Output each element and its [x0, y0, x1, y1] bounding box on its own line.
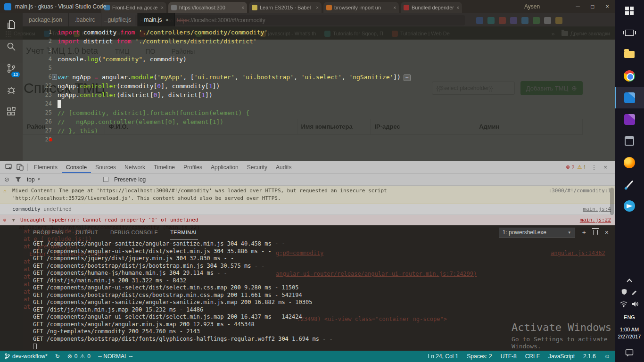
editor-tab[interactable]: gulpfile.js: [101, 13, 138, 26]
panel-tab-problems[interactable]: PROBLEMS: [33, 225, 63, 239]
devtools-tab-application[interactable]: Application: [206, 161, 243, 173]
device-toolbar-icon[interactable]: [14, 164, 25, 171]
editor-tab[interactable]: package.json: [23, 13, 69, 26]
frame-context-select[interactable]: top ▼: [27, 176, 98, 183]
messenger-taskbar-button[interactable]: [615, 195, 644, 217]
console-source-link[interactable]: :3000/#!/commodity:1: [549, 187, 611, 195]
network-icon[interactable]: [620, 301, 627, 309]
editor-tab[interactable]: main.js×: [138, 13, 175, 26]
chrome-taskbar-button[interactable]: [615, 65, 644, 87]
browser-tab[interactable]: Bundled dependenc×: [401, 2, 462, 13]
console-source-link[interactable]: main.js:22: [580, 216, 611, 224]
close-panel-button[interactable]: ×: [605, 229, 609, 236]
editor-tab[interactable]: .babelrc: [69, 13, 102, 26]
panel-tab-output[interactable]: OUTPUT: [75, 225, 98, 239]
activity-explorer-button[interactable]: [0, 14, 23, 36]
tab-title: browserify import un: [334, 5, 391, 10]
taskbar-clock[interactable]: 1:00 AM 2/27/2017: [618, 323, 641, 343]
defender-shield-icon[interactable]: [621, 288, 627, 297]
firefox-taskbar-button[interactable]: [615, 152, 644, 173]
tab-close-icon[interactable]: ×: [393, 5, 396, 10]
tab-close-icon[interactable]: ×: [316, 5, 319, 10]
fold-icon[interactable]: +: [52, 74, 57, 80]
panel-tab-debug-console[interactable]: DEBUG CONSOLE: [110, 225, 158, 239]
devtools-close-icon[interactable]: ×: [602, 164, 609, 171]
console-scrollbar[interactable]: [610, 188, 614, 215]
browser-tab[interactable]: Front-End на доске×: [101, 2, 166, 13]
tab-close-icon[interactable]: ×: [165, 17, 168, 23]
devtools-tab-timeline[interactable]: Timeline: [149, 161, 179, 173]
devtools-error-count[interactable]: ⊗2: [566, 164, 574, 170]
preserve-log-checkbox[interactable]: [103, 177, 108, 182]
vscode-icon: [624, 92, 635, 103]
feedback-smiley-icon[interactable]: ☺: [604, 353, 610, 360]
app-window-taskbar-button[interactable]: [615, 130, 644, 152]
indentation-setting[interactable]: Spaces: 2: [467, 353, 492, 360]
terminal-line: GET /dist/js/main.min.js 200 31.322 ms -…: [33, 277, 615, 285]
task-view-button[interactable]: [615, 22, 644, 43]
terminal-shell-select[interactable]: 1: powershell.exe ▼: [499, 228, 575, 238]
eol-setting[interactable]: CRLF: [525, 353, 540, 360]
devtools-tab-console[interactable]: Console: [62, 161, 91, 173]
devtools-tab-network[interactable]: Network: [120, 161, 149, 173]
devtools-tab-profiles[interactable]: Profiles: [179, 161, 206, 173]
git-branch-indicator[interactable]: dev-workflow*: [5, 353, 48, 360]
activity-debug-button[interactable]: [0, 79, 23, 101]
start-button[interactable]: [615, 0, 644, 22]
tab-close-icon[interactable]: ×: [161, 5, 164, 10]
language-mode[interactable]: JavaScript: [548, 353, 575, 360]
devtools-warning-count[interactable]: ⚠1: [577, 164, 586, 170]
action-center-icon: [625, 349, 634, 357]
devtools-menu-icon[interactable]: ⋮: [589, 164, 599, 171]
pen-app-taskbar-button[interactable]: [615, 173, 644, 195]
devtools-tab-elements[interactable]: Elements: [30, 161, 62, 173]
sync-button[interactable]: ↻: [55, 353, 60, 360]
devtools-tab-sources[interactable]: Sources: [91, 161, 120, 173]
show-hidden-icons-button[interactable]: [627, 274, 631, 287]
chrome-profile-name[interactable]: Aysen: [524, 3, 540, 10]
panel-tab-terminal[interactable]: TERMINAL: [170, 225, 198, 239]
branch-name: dev-workflow*: [12, 353, 48, 360]
ink-workspace-icon[interactable]: [631, 288, 638, 297]
terminal-cursor: [33, 344, 37, 349]
code-line: 5: [23, 64, 615, 73]
devtools-tab-audits[interactable]: Audits: [272, 161, 296, 173]
action-center-button[interactable]: [625, 343, 634, 362]
error-count-icon: ⊗: [67, 353, 72, 360]
kill-terminal-button[interactable]: [593, 230, 598, 235]
problems-indicator[interactable]: ⊗ 0 ⚠ 0: [67, 353, 91, 360]
tab-close-icon[interactable]: ×: [456, 5, 459, 10]
filter-icon[interactable]: [15, 177, 21, 182]
browser-tab[interactable]: https://localhost:300×: [168, 2, 247, 13]
minimize-button[interactable]: ─: [570, 0, 585, 13]
expand-triangle-icon[interactable]: ▼: [12, 218, 15, 222]
devtools-tab-security[interactable]: Security: [243, 161, 272, 173]
encoding-setting[interactable]: UTF-8: [501, 353, 517, 360]
console-source-link[interactable]: main.js:4: [583, 206, 611, 213]
inspect-element-icon[interactable]: [3, 164, 14, 171]
terminal-line: GET /components/angular-ui-select/dist/s…: [33, 248, 615, 255]
browser-tab[interactable]: browserify import un×: [323, 2, 399, 13]
editor[interactable]: 1import commodity from './controllers/co…: [23, 26, 615, 161]
code-line: 24: [23, 99, 615, 108]
activity-extensions-button[interactable]: [0, 101, 23, 123]
firefox-icon: [624, 157, 635, 168]
vscode-insiders-taskbar-button[interactable]: [615, 108, 644, 130]
maximize-button[interactable]: □: [585, 0, 600, 13]
new-terminal-button[interactable]: +: [582, 229, 586, 236]
screen: Aysen Front-End на доске×https://localho…: [0, 0, 644, 362]
activity-search-button[interactable]: [0, 36, 23, 58]
volume-icon[interactable]: [631, 301, 639, 309]
file-explorer-button[interactable]: [615, 43, 644, 65]
terminal-output[interactable]: GET /components/angular-sanitize/angular…: [23, 239, 615, 350]
extension-version[interactable]: 2.1.6: [583, 353, 596, 360]
vscode-taskbar-button[interactable]: [615, 87, 644, 108]
activity-source-control-button[interactable]: 13: [0, 58, 23, 79]
close-button[interactable]: ×: [600, 0, 615, 13]
language-indicator[interactable]: ENG: [624, 311, 635, 323]
cursor-position[interactable]: Ln 24, Col 1: [428, 353, 459, 360]
browser-tab[interactable]: Learn ES2015 · Babel×: [249, 2, 322, 13]
code-text: ngApp.controller(district[0], district[1…: [58, 90, 213, 99]
clear-console-icon[interactable]: ⊘: [4, 176, 9, 183]
tab-close-icon[interactable]: ×: [241, 5, 244, 10]
